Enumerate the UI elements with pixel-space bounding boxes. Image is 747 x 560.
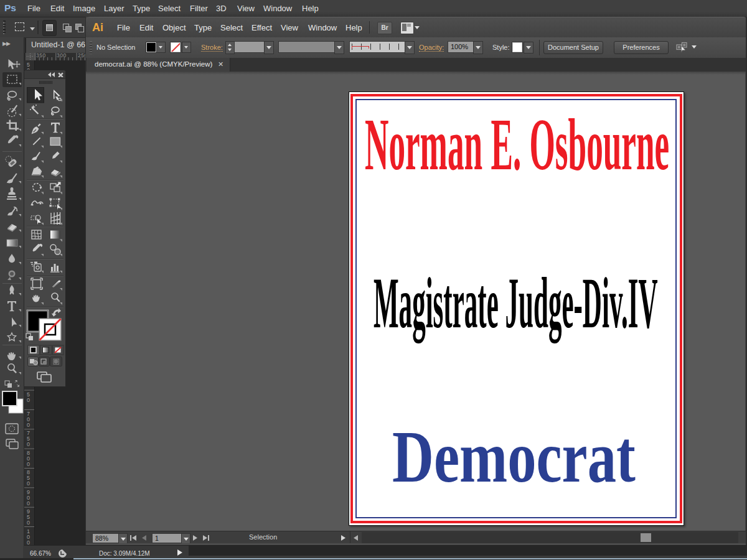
svg-text:0: 0 [27, 441, 30, 447]
svg-text:0: 0 [27, 422, 30, 428]
svg-text:0: 0 [27, 520, 30, 526]
svg-text:0: 0 [27, 461, 30, 467]
svg-text:0: 0 [27, 397, 30, 403]
svg-text:0: 0 [27, 539, 30, 545]
svg-text:0: 0 [27, 500, 30, 506]
svg-text:0: 0 [27, 480, 30, 487]
